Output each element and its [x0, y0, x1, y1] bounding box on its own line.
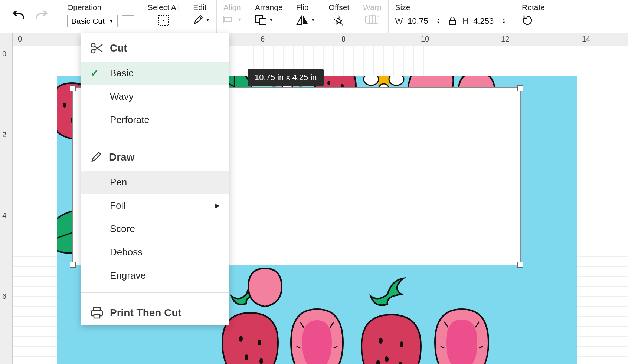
menu-section-draw: Draw [81, 142, 229, 171]
svg-rect-2 [224, 18, 232, 21]
svg-point-49 [385, 356, 389, 362]
ruler-tick: 8 [341, 35, 346, 43]
height-stepper[interactable]: ▲▼ [502, 18, 506, 24]
svg-point-40 [258, 340, 261, 345]
checkmark-icon: ✓ [91, 67, 99, 79]
ruler-tick: 14 [582, 35, 590, 43]
ruler-tick: 0 [2, 50, 6, 58]
chevron-down-icon: ▼ [109, 19, 114, 24]
edit-group: Edit ▼ [186, 0, 216, 33]
ruler-tick: 2 [2, 130, 6, 139]
menu-section-print-then-cut[interactable]: Print Then Cut [81, 298, 229, 322]
select-all-group: Select All [141, 0, 186, 33]
menu-item-pen[interactable]: Pen [81, 171, 229, 194]
chevron-down-icon: ▼ [311, 18, 315, 22]
svg-rect-62 [94, 314, 100, 318]
select-all-label: Select All [148, 3, 180, 12]
warp-group: Warp [356, 0, 388, 33]
operation-value: Basic Cut [71, 17, 105, 26]
menu-item-label: Engrave [110, 270, 146, 281]
menu-item-label: Wavy [110, 91, 134, 102]
offset-label: Offset [329, 3, 350, 12]
menu-draw-header-label: Draw [109, 151, 134, 163]
menu-cut-header-label: Cut [110, 42, 127, 54]
svg-point-57 [91, 49, 95, 53]
rotate-group: Rotate [515, 0, 552, 33]
edit-button[interactable]: ▼ [193, 15, 210, 25]
edit-label: Edit [193, 3, 210, 12]
svg-point-32 [63, 103, 66, 108]
menu-item-foil[interactable]: Foil ▶ [81, 194, 229, 217]
svg-point-13 [364, 76, 379, 85]
menu-item-label: Perforate [110, 114, 150, 126]
width-input-group: W ▲▼ [395, 15, 443, 27]
flip-button[interactable]: ▼ [296, 15, 315, 25]
menu-item-label: Deboss [110, 246, 143, 258]
lock-aspect-button[interactable] [448, 17, 457, 26]
menu-divider [81, 292, 229, 293]
ruler-tick: 6 [261, 35, 265, 43]
menu-item-wavy[interactable]: Wavy [81, 85, 229, 108]
arrange-button[interactable]: ▼ [255, 15, 273, 25]
menu-item-label: Pen [110, 176, 127, 188]
rotate-label: Rotate [522, 3, 545, 12]
svg-point-35 [327, 81, 330, 85]
arrange-group: Arrange ▼ [248, 0, 290, 33]
ruler-tick: 10 [421, 35, 429, 43]
height-label: H [462, 16, 468, 26]
svg-point-39 [239, 336, 243, 342]
ruler-corner [0, 33, 13, 46]
flip-label: Flip [296, 3, 315, 12]
resize-handle-bl[interactable] [70, 262, 76, 268]
chevron-down-icon: ▼ [206, 18, 210, 22]
undo-redo-group [0, 0, 60, 33]
operation-label: Operation [67, 3, 134, 12]
chevron-down-icon: ▼ [238, 17, 242, 21]
redo-button[interactable] [36, 11, 50, 22]
height-input[interactable]: ▲▼ [471, 15, 508, 27]
size-tooltip: 10.75 in x 4.25 in [248, 69, 324, 86]
menu-item-score[interactable]: Score [81, 217, 229, 241]
ruler-tick: 0 [18, 35, 22, 43]
ruler-tick: 12 [501, 35, 509, 43]
select-all-button[interactable] [158, 15, 169, 26]
width-label: W [395, 16, 403, 26]
pen-icon [91, 152, 102, 163]
undo-button[interactable] [10, 11, 24, 22]
size-label: Size [395, 3, 508, 12]
rotate-button[interactable] [522, 15, 533, 26]
scissors-icon [91, 43, 103, 54]
menu-item-engrave[interactable]: Engrave [81, 264, 229, 287]
top-toolbar: Operation Basic Cut ▼ Select All Edit ▼ [0, 0, 628, 33]
ruler-tick: 4 [2, 211, 6, 220]
svg-rect-5 [259, 19, 266, 24]
height-field[interactable] [473, 16, 499, 26]
svg-point-47 [379, 338, 383, 344]
resize-handle-tl[interactable] [70, 85, 76, 91]
svg-point-48 [400, 341, 403, 347]
align-button: ▼ [223, 15, 242, 24]
width-input[interactable]: ▲▼ [405, 15, 442, 27]
operation-color-swatch[interactable] [122, 15, 134, 27]
resize-handle-tr[interactable] [517, 85, 523, 91]
ruler-vertical: 0 2 4 6 [0, 46, 13, 364]
operation-group: Operation Basic Cut ▼ [60, 0, 141, 33]
operation-select[interactable]: Basic Cut ▼ [67, 15, 118, 27]
menu-item-perforate[interactable]: Perforate [81, 108, 229, 132]
align-label: Align [223, 3, 242, 12]
warp-label: Warp [363, 3, 381, 12]
menu-item-basic[interactable]: ✓ Basic [81, 62, 229, 85]
svg-point-14 [389, 76, 404, 85]
height-input-group: H ▲▼ [462, 15, 508, 27]
warp-button [365, 15, 380, 24]
menu-item-deboss[interactable]: Deboss [81, 241, 229, 264]
width-field[interactable] [408, 16, 434, 26]
offset-button[interactable] [333, 15, 345, 27]
width-stepper[interactable]: ▲▼ [436, 18, 440, 24]
flip-group: Flip ▼ [290, 0, 322, 33]
submenu-arrow-icon: ▶ [215, 202, 220, 209]
menu-print-then-cut-label: Print Then Cut [110, 307, 181, 319]
resize-handle-br[interactable] [517, 262, 523, 268]
align-group: Align ▼ [217, 0, 248, 33]
menu-item-label: Foil [110, 200, 125, 211]
